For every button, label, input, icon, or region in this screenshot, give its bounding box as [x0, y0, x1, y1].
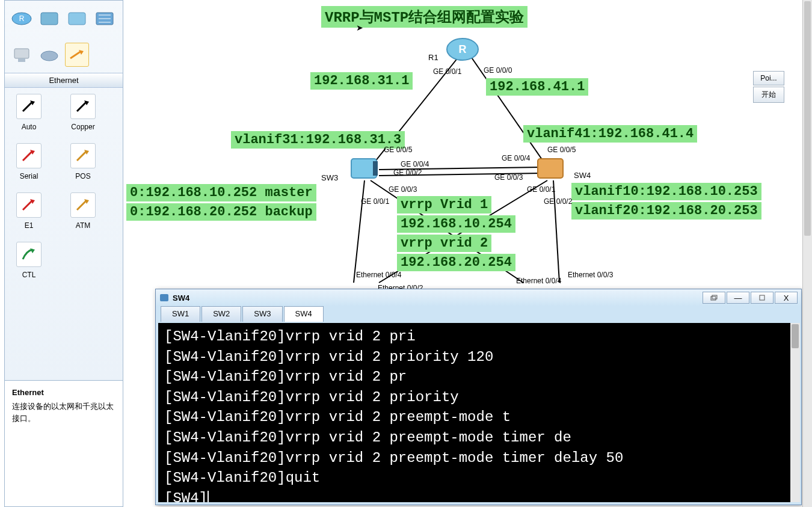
tool-copper[interactable]: Copper — [65, 94, 101, 131]
device-icon-3[interactable] — [65, 7, 89, 31]
svg-rect-26 — [712, 295, 717, 299]
label-sw3-line1: 0:192.168.10.252 master — [126, 184, 316, 201]
label-ip-r1-right: 192.168.41.1 — [486, 78, 588, 96]
svg-rect-8 — [14, 49, 29, 58]
terminal-title: SW4 — [173, 293, 189, 303]
label-vlanif31: vlanif31:192.168.31.3 — [231, 131, 405, 149]
terminal-line: [SW4] — [164, 488, 793, 502]
scrollbar-thumb[interactable] — [792, 324, 799, 348]
svg-rect-23 — [538, 159, 563, 178]
connection-icon[interactable] — [65, 43, 89, 67]
label-ip-r1-left: 192.168.31.1 — [310, 72, 413, 90]
terminal-titlebar[interactable]: SW4 — X — [156, 289, 801, 306]
tool-ctl[interactable]: CTL — [11, 242, 47, 279]
svg-line-15 — [354, 180, 364, 283]
tool-label: CTL — [22, 271, 36, 279]
terminal-line: [SW4-Vlanif20]vrrp vrid 2 preempt-mode t… — [164, 428, 793, 448]
port-sw3-ge002: GE 0/0/2 — [393, 168, 422, 177]
cloud-icon[interactable] — [37, 43, 61, 67]
port-sw4-ge002: GE 0/0/2 — [544, 197, 572, 206]
tool-e1[interactable]: E1 — [11, 192, 47, 230]
tool-label: POS — [75, 172, 90, 180]
svg-line-18 — [553, 180, 559, 283]
terminal-line: [SW4-Vlanif20]vrrp vrid 2 priority 120 — [164, 347, 793, 367]
device-icon-4[interactable] — [93, 7, 117, 31]
terminal-line: [SW4-Vlanif20]vrrp vrid 2 preempt-mode t… — [164, 448, 793, 469]
svg-rect-24 — [160, 294, 168, 301]
pc-icon[interactable] — [10, 43, 34, 67]
port-sw3-ge005: GE 0/0/5 — [384, 146, 412, 154]
tool-pos[interactable]: POS — [65, 143, 101, 180]
terminal-line: [SW4-Vlanif20]vrrp vrid 2 pri — [164, 327, 793, 347]
svg-point-10 — [41, 51, 58, 61]
terminal-line: [SW4-Vlanif20]vrrp vrid 2 pr — [164, 367, 793, 387]
device-row-2 — [5, 37, 123, 73]
port-sw3-ge004: GE 0/0/4 — [401, 160, 429, 168]
svg-rect-22 — [373, 161, 378, 176]
port-eth004-r: Ethernet 0/0/4 — [516, 277, 561, 285]
terminal-tab-sw4[interactable]: SW4 — [284, 306, 324, 322]
control-panel: Poi... 开始 — [753, 71, 784, 104]
svg-rect-9 — [18, 58, 25, 62]
device-row-1: R — [5, 1, 123, 37]
port-eth003-r: Ethernet 0/0/3 — [568, 271, 613, 279]
terminal-window: SW4 — X SW1 SW2 SW3 SW4 [SW4-Vlanif20]vr… — [155, 289, 802, 505]
terminal-line: [SW4-Vlanif20]quit — [164, 468, 793, 488]
port-sw4-ge001: GE 0/0/1 — [527, 185, 555, 194]
control-btn-start[interactable]: 开始 — [753, 87, 784, 103]
tool-atm[interactable]: ATM — [65, 192, 101, 230]
info-panel: Ethernet 连接设备的以太网和千兆以太接口。 — [5, 380, 123, 506]
label-vlanif41: vlanif41:192.168.41.4 — [523, 125, 697, 143]
info-title: Ethernet — [12, 388, 115, 397]
label-vrrp-l3: vrrp vrid 2 — [397, 235, 491, 252]
terminal-tab-sw3[interactable]: SW3 — [242, 306, 282, 322]
svg-rect-27 — [760, 295, 764, 300]
svg-rect-21 — [351, 159, 377, 178]
tool-grid: Auto Copper Serial POS E1 ATM CTL — [5, 88, 123, 285]
port-sw3-ge001: GE 0/0/1 — [361, 197, 389, 206]
port-r1-ge001: GE 0/0/1 — [433, 67, 461, 76]
svg-rect-25 — [711, 297, 716, 300]
tool-auto[interactable]: Auto — [11, 94, 47, 131]
tool-label: Auto — [22, 123, 37, 131]
window-minimize-button[interactable]: — — [727, 292, 749, 304]
label-vrrp-l4: 192.168.20.254 — [397, 254, 515, 271]
svg-text:R: R — [459, 43, 467, 55]
terminal-line: [SW4-Vlanif20]vrrp vrid 2 priority — [164, 387, 793, 408]
node-r1[interactable]: R — [445, 35, 480, 66]
terminal-body[interactable]: [SW4-Vlanif20]vrrp vrid 2 pri [SW4-Vlani… — [158, 323, 799, 502]
control-btn-1[interactable]: Poi... — [753, 71, 784, 85]
port-eth004-l: Ethernet 0/0/4 — [356, 271, 401, 279]
topology-title: VRRP与MSTP结合组网配置实验 — [321, 6, 527, 28]
terminal-tab-sw2[interactable]: SW2 — [201, 306, 241, 322]
info-description: 连接设备的以太网和千兆以太接口。 — [12, 401, 115, 424]
terminal-tab-bar: SW1 SW2 SW3 SW4 — [156, 306, 801, 322]
terminal-cursor — [208, 491, 209, 502]
port-sw4-ge003: GE 0/0/3 — [494, 173, 523, 182]
scrollbar-thumb[interactable] — [804, 1, 811, 236]
terminal-icon — [159, 293, 169, 303]
svg-rect-2 — [41, 13, 58, 25]
terminal-scrollbar[interactable] — [790, 323, 800, 502]
router-icon[interactable]: R — [10, 7, 34, 31]
main-scrollbar[interactable] — [802, 0, 812, 507]
tool-serial[interactable]: Serial — [11, 143, 47, 180]
tool-label: ATM — [76, 221, 90, 230]
node-label-r1: R1 — [428, 53, 438, 62]
svg-text:R: R — [19, 14, 25, 23]
tool-label: E1 — [25, 221, 34, 230]
label-sw4-l1: vlanif10:192.168.10.253 — [571, 183, 761, 200]
tool-label: Copper — [71, 123, 94, 131]
node-sw4[interactable] — [535, 155, 565, 183]
device-icon-2[interactable] — [37, 7, 61, 31]
terminal-tab-sw1[interactable]: SW1 — [161, 306, 200, 322]
window-maximize-button[interactable] — [751, 292, 774, 304]
terminal-line: [SW4-Vlanif20]vrrp vrid 2 preempt-mode t — [164, 407, 793, 428]
window-restore-button[interactable] — [703, 292, 725, 304]
tool-label: Serial — [20, 172, 38, 180]
label-sw4-l2: vlanif20:192.168.20.253 — [571, 202, 761, 220]
node-sw3[interactable] — [349, 155, 379, 183]
window-close-button[interactable]: X — [775, 292, 798, 304]
label-sw3-line2: 0:192.168.20.252 backup — [126, 203, 316, 221]
node-label-sw4: SW4 — [574, 171, 591, 180]
